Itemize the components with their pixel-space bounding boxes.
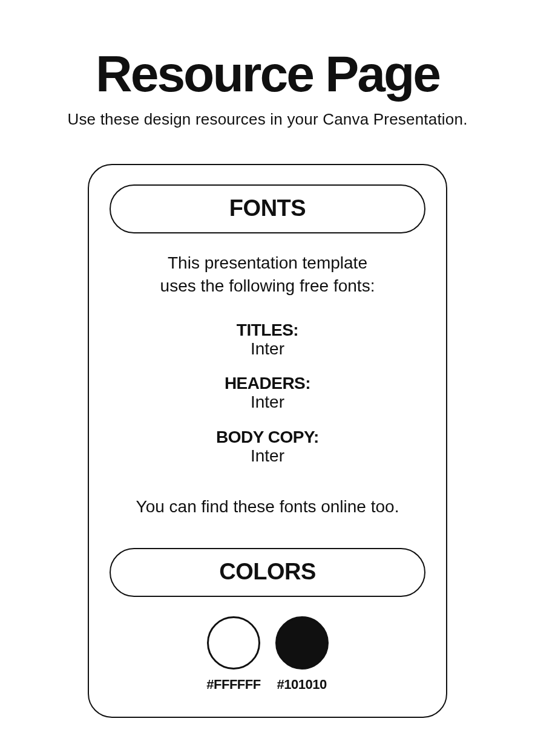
resource-card: FONTS This presentation template uses th… [88,164,447,718]
font-item-titles: TITLES: Inter [237,321,298,359]
font-label: TITLES: [237,321,298,340]
color-swatch-white: #FFFFFF [206,616,260,692]
fonts-footnote: You can find these fonts online too. [136,497,399,516]
swatch-hex-label: #FFFFFF [206,677,260,692]
fonts-intro-line2: uses the following free fonts: [160,276,375,295]
swatch-circle-icon [207,616,260,670]
font-item-headers: HEADERS: Inter [225,374,310,412]
font-item-body: BODY COPY: Inter [216,428,319,466]
swatch-circle-icon [275,616,329,670]
font-list: TITLES: Inter HEADERS: Inter BODY COPY: … [216,321,319,466]
font-label: HEADERS: [225,374,310,393]
colors-section-header: COLORS [110,548,425,597]
font-value: Inter [225,393,310,412]
page-title: Resource Page [96,48,439,99]
fonts-intro-line1: This presentation template [168,253,367,272]
fonts-section-header: FONTS [110,184,425,233]
page-subtitle: Use these design resources in your Canva… [67,110,467,129]
swatch-hex-label: #101010 [277,677,327,692]
font-value: Inter [216,447,319,466]
fonts-intro: This presentation template uses the foll… [160,252,375,298]
color-swatches: #FFFFFF #101010 [206,616,328,692]
color-swatch-black: #101010 [275,616,329,692]
font-label: BODY COPY: [216,428,319,447]
font-value: Inter [237,340,298,359]
